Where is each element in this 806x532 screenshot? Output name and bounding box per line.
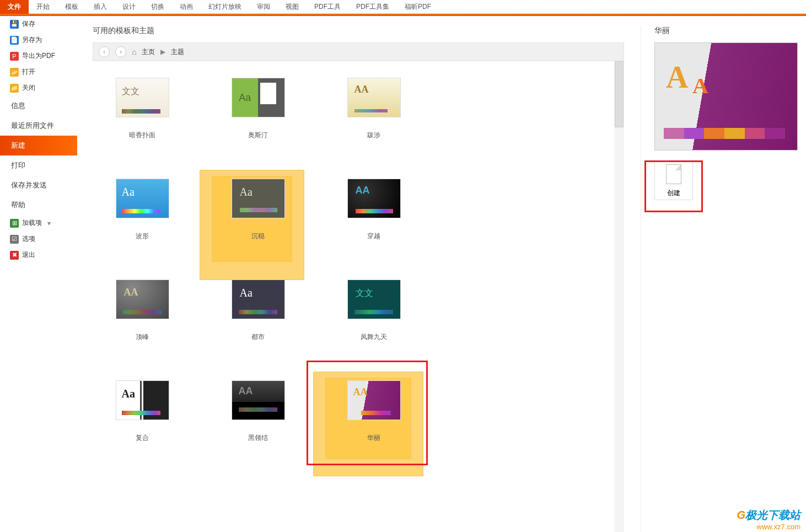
create-label: 创建 (667, 189, 680, 198)
close-icon: 📁 (10, 84, 19, 93)
template-thumb (116, 78, 169, 117)
template-label: 奥斯汀 (248, 131, 268, 140)
options-icon: ☑ (10, 235, 19, 244)
save-icon: 💾 (10, 20, 19, 29)
tab-animation[interactable]: 动画 (172, 0, 201, 14)
saveas-icon: 📄 (10, 36, 19, 45)
template-label: 都市 (251, 332, 265, 342)
template-austin[interactable]: Aa 奥斯汀 (225, 78, 291, 140)
template-label: 沉稳 (251, 232, 265, 241)
template-fuhe[interactable]: 复合 (109, 380, 175, 443)
template-thumb (232, 280, 285, 319)
sidebar-save-as[interactable]: 📄另存为 (0, 32, 77, 48)
template-heilingji[interactable]: 黑领结 (225, 380, 291, 443)
preview-title: 华丽 (654, 26, 789, 36)
tab-pdf-tool[interactable]: PDF工具 (307, 0, 348, 14)
template-thumb (347, 280, 401, 319)
sidebar-help[interactable]: 帮助 (0, 195, 77, 215)
template-thumb (116, 179, 169, 218)
template-thumb (116, 380, 169, 420)
breadcrumb-current: 主题 (171, 47, 184, 57)
scrollbar-thumb[interactable] (615, 61, 624, 127)
sidebar-open[interactable]: 📂打开 (0, 64, 77, 80)
template-thumb (347, 78, 401, 117)
sidebar-recent[interactable]: 最近所用文件 (0, 116, 77, 136)
tab-insert[interactable]: 插入 (86, 0, 115, 14)
breadcrumb-bar: ‹ › ⌂ 主页 ▶ 主题 (93, 42, 624, 61)
watermark: G极光下载站 www.xz7.com (737, 508, 800, 531)
sidebar-exit[interactable]: ✖退出 (0, 247, 77, 263)
sidebar-close[interactable]: 📁关闭 (0, 80, 77, 96)
sidebar-addon[interactable]: ⊞加载项▾ (0, 215, 77, 231)
tab-design[interactable]: 设计 (115, 0, 143, 14)
tab-review[interactable]: 审阅 (249, 0, 278, 14)
preview-thumbnail: AA (654, 42, 798, 151)
template-thumb: Aa (232, 78, 285, 117)
template-thumb (116, 280, 169, 319)
template-bashe[interactable]: 跋涉 (341, 78, 407, 140)
tab-transition[interactable]: 切换 (143, 0, 172, 14)
template-grid: 暗香扑面 Aa 奥斯汀 跋涉 波形 (93, 61, 624, 532)
section-title: 可用的模板和主题 (93, 26, 624, 36)
tab-template[interactable]: 模板 (57, 0, 86, 14)
sidebar-new[interactable]: 新建 (0, 136, 77, 155)
tab-home[interactable]: 开始 (29, 0, 57, 14)
breadcrumb-home[interactable]: 主页 (142, 47, 155, 57)
template-dushi[interactable]: 都市 (225, 280, 291, 342)
template-chenwen[interactable]: 沉稳 (225, 179, 291, 241)
template-label: 跋涉 (367, 131, 380, 140)
template-thumb (232, 380, 285, 420)
template-thumb (347, 179, 401, 218)
file-sidebar: 💾保存 📄另存为 P导出为PDF 📂打开 📁关闭 信息 最近所用文件 新建 打印… (0, 16, 77, 532)
pdf-icon: P (10, 52, 19, 61)
template-thumb (232, 179, 285, 218)
template-label: 暗香扑面 (129, 131, 155, 140)
template-dingfeng[interactable]: 顶峰 (109, 280, 175, 342)
template-huali[interactable]: 华丽 (341, 380, 407, 443)
exit-icon: ✖ (10, 251, 19, 260)
template-label: 凤舞九天 (361, 332, 387, 342)
sidebar-print[interactable]: 打印 (0, 155, 77, 175)
document-icon (666, 164, 681, 184)
nav-forward-button[interactable]: › (115, 46, 126, 57)
preview-panel: 华丽 AA 创建 (641, 26, 800, 532)
chevron-down-icon: ▾ (47, 219, 51, 227)
home-icon[interactable]: ⌂ (132, 47, 136, 56)
nav-back-button[interactable]: ‹ (99, 46, 110, 57)
template-label: 穿越 (367, 232, 380, 241)
tab-view[interactable]: 视图 (278, 0, 307, 14)
template-label: 顶峰 (136, 332, 149, 342)
scrollbar[interactable] (614, 61, 624, 532)
tab-file[interactable]: 文件 (0, 0, 29, 14)
template-chuanyue[interactable]: 穿越 (341, 179, 407, 241)
sidebar-options[interactable]: ☑选项 (0, 231, 77, 247)
sidebar-save-send[interactable]: 保存并发送 (0, 175, 77, 195)
sidebar-export-pdf[interactable]: P导出为PDF (0, 48, 77, 64)
tab-pdf-toolset[interactable]: PDF工具集 (348, 0, 397, 14)
create-button[interactable]: 创建 (654, 162, 693, 200)
tab-foxit-pdf[interactable]: 福昕PDF (397, 0, 439, 14)
sidebar-info[interactable]: 信息 (0, 96, 77, 116)
tab-slideshow[interactable]: 幻灯片放映 (201, 0, 249, 14)
template-label: 复合 (136, 433, 149, 443)
template-label: 波形 (136, 232, 149, 241)
addon-icon: ⊞ (10, 219, 19, 228)
sidebar-save[interactable]: 💾保存 (0, 16, 77, 32)
breadcrumb-sep-icon: ▶ (160, 48, 165, 56)
template-label: 华丽 (367, 433, 380, 443)
template-boxing[interactable]: 波形 (109, 179, 175, 241)
template-label: 黑领结 (248, 433, 268, 443)
template-fengwu[interactable]: 凤舞九天 (341, 280, 407, 342)
template-anxiang[interactable]: 暗香扑面 (109, 78, 175, 140)
open-icon: 📂 (10, 68, 19, 77)
ribbon-tabs: 文件 开始 模板 插入 设计 切换 动画 幻灯片放映 审阅 视图 PDF工具 P… (0, 0, 806, 14)
template-thumb (347, 380, 401, 420)
